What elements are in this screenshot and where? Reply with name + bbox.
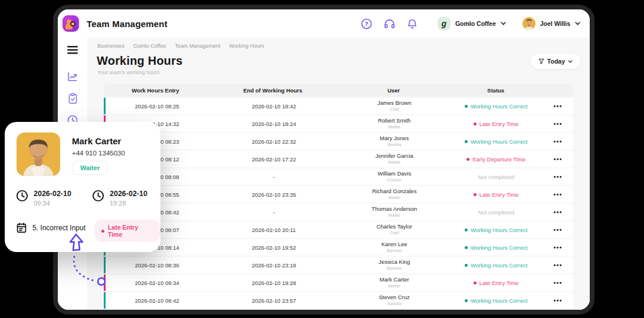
end-of-working-hours-cell: 2026-02-10 23:18	[208, 262, 339, 269]
breadcrumb: Businesses Gomlo Coffee Team Management …	[97, 43, 578, 49]
table-row[interactable]: 2026-02-10 08:55 2026-02-10 23:35 Richar…	[104, 186, 573, 203]
svg-text:?: ?	[365, 20, 369, 26]
user-cell: Steven Cruz Barista	[339, 294, 449, 306]
status-cell: Working Hours Correct	[449, 138, 543, 145]
table-row[interactable]: 2026-02-10 08:42 2026-02-10 23:57 Steven…	[104, 292, 573, 309]
end-of-working-hours-cell: 2026-02-10 23:57	[208, 297, 339, 304]
late-entry-pill: Late Entry Time	[94, 220, 160, 242]
table-row[interactable]: 2026-02-10 08:14 2026-02-10 19:52 Karen …	[104, 239, 573, 256]
user-role: Chef	[339, 230, 449, 236]
status-dot-icon	[474, 193, 477, 196]
user-name: Karen Lee	[339, 241, 449, 247]
work-hours-entry-cell: 2026-02-10 08:36	[106, 262, 208, 269]
notifications-bell-icon[interactable]	[406, 18, 419, 30]
sidebar-item-analytics[interactable]	[66, 70, 79, 83]
table-row[interactable]: 2026-02-10 14:32 2026-02-10 18:24 Robert…	[104, 115, 573, 132]
sidebar-menu-toggle[interactable]	[66, 44, 79, 57]
status-dot-icon	[466, 158, 469, 161]
breadcrumb-item[interactable]: Businesses	[97, 43, 124, 49]
user-role: Chef	[339, 107, 449, 112]
app-title: Team Management	[87, 19, 167, 29]
user-name: James Brown	[339, 100, 449, 106]
content-area: Businesses Gomlo Coffee Team Management …	[87, 38, 590, 310]
status-cell: Working Hours Correct	[449, 103, 543, 110]
clock-icon	[16, 190, 28, 202]
date-filter-button[interactable]: Today	[531, 54, 580, 69]
row-menu-button[interactable]: •••	[543, 280, 573, 286]
status-cell: Working Hours Correct	[449, 297, 543, 304]
row-menu-button[interactable]: •••	[543, 138, 573, 145]
status-label: Late Entry Time	[479, 191, 519, 198]
reason-block: 5. Incorrect Input	[16, 222, 86, 234]
breadcrumb-item[interactable]: Working Hours	[229, 43, 264, 49]
user-role: Waiter	[339, 195, 449, 200]
end-of-working-hours-cell: -	[208, 174, 339, 180]
column-header: Status	[449, 87, 543, 94]
user-menu[interactable]: Joel Willis	[523, 17, 580, 30]
org-name: Gomlo Coffee	[455, 20, 496, 27]
breadcrumb-item[interactable]: Gomlo Coffee	[133, 43, 166, 49]
row-menu-button[interactable]: •••	[543, 244, 573, 251]
support-headset-icon[interactable]	[383, 18, 396, 30]
user-name: Robert Smith	[339, 118, 449, 124]
table-row[interactable]: 2026-02-10 09:34 2026-02-10 19:28 Mark C…	[104, 274, 573, 291]
status-dot-icon	[465, 264, 468, 267]
status-dot-icon	[474, 122, 477, 125]
status-cell: Late Entry Time	[449, 191, 543, 198]
user-cell: Charles Taylor Chef	[339, 224, 449, 236]
user-avatar	[523, 17, 535, 30]
employee-profile-card: Mark Carter +44 910 1345030 Waiter 2026-…	[5, 122, 160, 252]
chevron-down-icon	[568, 60, 573, 63]
help-icon[interactable]: ?	[360, 18, 373, 30]
status-label: Working Hours Correct	[471, 138, 527, 145]
user-role: Barmen	[339, 266, 449, 271]
status-label: Not completed	[478, 174, 514, 180]
row-menu-button[interactable]: •••	[543, 209, 573, 216]
org-switcher[interactable]: g Gomlo Coffee	[438, 17, 506, 30]
status-label: Working Hours Correct	[471, 103, 527, 110]
user-cell: Karen Lee Barmen	[339, 241, 449, 253]
row-menu-button[interactable]: •••	[543, 297, 573, 304]
row-menu-button[interactable]: •••	[543, 103, 573, 110]
user-role: Barista	[339, 142, 449, 147]
status-cell: Working Hours Correct	[449, 227, 543, 233]
table-row[interactable]: 2026-02-10 08:07 2026-02-10 20:11 Charle…	[104, 221, 573, 238]
status-label: Late Entry Time	[479, 121, 519, 127]
row-menu-button[interactable]: •••	[543, 262, 573, 269]
table-row[interactable]: 2026-02-10 08:12 2026-02-10 17:22 Jennif…	[104, 151, 573, 167]
row-menu-button[interactable]: •••	[543, 227, 573, 233]
status-cell: Late Entry Time	[449, 280, 543, 286]
table-row[interactable]: 2026-02-10 08:42 - Thomas Anderson Waite…	[104, 204, 573, 220]
breadcrumb-item[interactable]: Team Management	[175, 43, 220, 49]
status-label: Late Entry Time	[479, 280, 519, 286]
end-of-working-hours-cell: 2026-02-10 20:11	[208, 227, 339, 233]
row-menu-button[interactable]: •••	[543, 121, 573, 127]
status-dot-icon	[465, 140, 468, 143]
table-header: Work Hours Entry End of Working Hours Us…	[104, 84, 573, 97]
user-name: Mary Jones	[339, 135, 449, 141]
end-of-working-hours-cell: 2026-02-10 18:42	[208, 103, 339, 110]
table-row[interactable]: 2026-02-10 08:25 2026-02-10 18:42 James …	[104, 98, 573, 114]
page-title: Working Hours	[97, 54, 578, 68]
user-cell: Richard Gonzales Waiter	[339, 188, 449, 200]
row-menu-button[interactable]: •••	[543, 174, 573, 180]
status-dot-icon	[474, 281, 477, 284]
table-row[interactable]: 2026-02-10 08:08 - William Davis Courier…	[104, 168, 573, 185]
end-of-working-hours-cell: 2026-02-10 19:28	[208, 280, 339, 286]
table-row[interactable]: 2026-02-10 08:23 2026-02-10 22:32 Mary J…	[104, 133, 573, 150]
end-of-working-hours-cell: 2026-02-10 19:52	[208, 244, 339, 251]
user-name: Richard Gonzales	[339, 188, 449, 194]
employee-name: Mark Carter	[72, 136, 121, 146]
sidebar-item-tasks[interactable]	[66, 92, 79, 105]
user-name: Mark Carter	[339, 277, 449, 283]
row-menu-button[interactable]: •••	[543, 156, 573, 163]
user-role: Barmen	[339, 248, 449, 253]
end-of-working-hours-cell: 2026-02-10 18:24	[208, 121, 339, 127]
row-menu-button[interactable]: •••	[543, 191, 573, 198]
user-role: Waiter	[339, 283, 449, 289]
employee-phone: +44 910 1345030	[72, 150, 125, 157]
chevron-down-icon	[501, 22, 506, 25]
end-of-working-hours-cell: -	[208, 209, 339, 216]
user-name: Thomas Anderson	[339, 206, 449, 212]
table-row[interactable]: 2026-02-10 08:36 2026-02-10 23:18 Jessic…	[104, 257, 573, 273]
